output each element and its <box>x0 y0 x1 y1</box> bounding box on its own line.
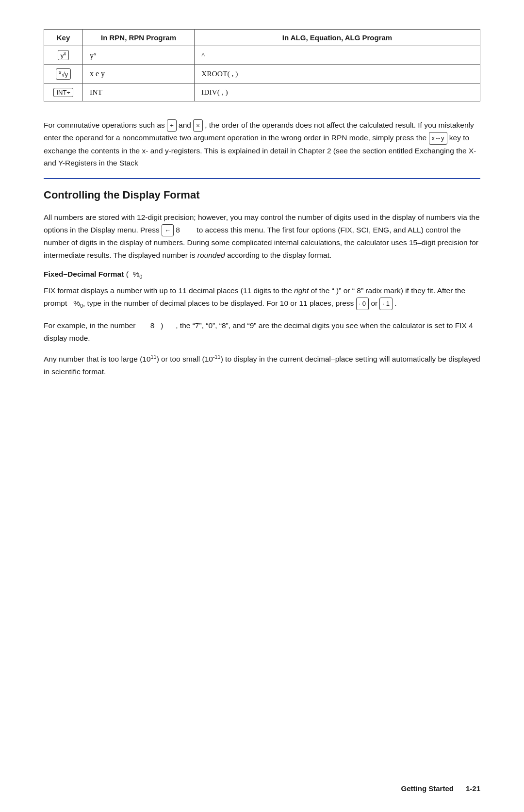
times-key: × <box>193 119 203 132</box>
footer-spacer <box>456 784 464 793</box>
alg-cell: IDIV( , ) <box>195 83 480 101</box>
para3-end: . <box>394 299 396 307</box>
para2-number: 8 <box>176 226 195 234</box>
footer-section-label: Getting Started <box>401 784 454 793</box>
para1-and: and <box>179 121 193 129</box>
dot-zero-key: · 0 <box>356 298 369 310</box>
rpn-cell: yx <box>83 46 195 65</box>
commutative-paragraph: For commutative operations such as + and… <box>44 119 480 169</box>
table-row: INT÷ INT IDIV( , ) <box>44 83 480 101</box>
intdiv-key: INT÷ <box>53 88 73 97</box>
para3-text1: FIX format displays a number with up to … <box>44 286 294 295</box>
large-small-numbers-para: Any number that is too large (1011) or t… <box>44 353 480 378</box>
key-cell: yx <box>44 46 83 65</box>
alg-cell: XROOT( , ) <box>195 65 480 83</box>
display-format-intro: All numbers are stored with 12-digit pre… <box>44 211 480 261</box>
para5-text1: Any number that is too large (1011) or t… <box>44 355 480 376</box>
page-footer: Getting Started 1-21 <box>401 784 480 793</box>
xrooty-key: x√y <box>56 68 71 79</box>
para2-italic: rounded <box>197 251 225 259</box>
subsection-symbol: ( %0 <box>126 270 143 278</box>
col-header-key: Key <box>44 30 83 46</box>
table-row: x√y x e y XROOT( , ) <box>44 65 480 83</box>
para2-text3: according to the display format. <box>227 251 331 259</box>
section-title: Controlling the Display Format <box>44 189 480 201</box>
subsection-title: Fixed–Decimal Format <box>44 270 124 278</box>
fixed-decimal-heading: Fixed–Decimal Format ( %0 <box>44 270 480 280</box>
para3-italic: right <box>294 286 309 295</box>
fix-format-para: FIX format displays a number with up to … <box>44 284 480 311</box>
col-header-alg: In ALG, Equation, ALG Program <box>195 30 480 46</box>
table-row: yx yx ^ <box>44 46 480 65</box>
key-reference-table: Key In RPN, RPN Program In ALG, Equation… <box>44 29 480 101</box>
yx-key: yx <box>58 50 69 60</box>
left-arrow-key: ← <box>162 224 174 236</box>
page-number: 1-21 <box>466 784 480 793</box>
example-paragraph: For example, in the number 8 ) , the “7”… <box>44 319 480 344</box>
para1-text1: For commutative operations such as <box>44 121 167 129</box>
para4-text1: For example, in the number 8 ) , the “7”… <box>44 321 473 342</box>
key-cell: x√y <box>44 65 83 83</box>
rpn-cell: INT <box>83 83 195 101</box>
col-header-rpn: In RPN, RPN Program <box>83 30 195 46</box>
xy-swap-key: x↔y <box>429 132 447 144</box>
rpn-cell: x e y <box>83 65 195 83</box>
alg-cell: ^ <box>195 46 480 65</box>
key-cell: INT÷ <box>44 83 83 101</box>
dot-one-key: · 1 <box>379 298 392 310</box>
para3-or: or <box>371 299 379 307</box>
section-divider <box>44 178 480 179</box>
plus-key: + <box>167 119 177 132</box>
